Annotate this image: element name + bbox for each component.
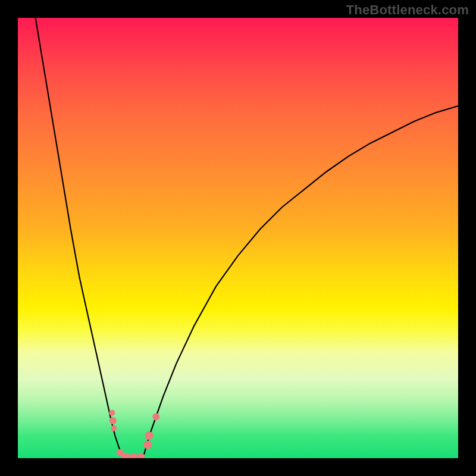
data-marker [145,431,154,440]
data-marker [130,453,138,458]
data-marker [137,453,145,458]
marker-group [109,410,159,458]
data-marker [152,413,159,420]
watermark-text: TheBottleneck.com [346,2,469,18]
chart-frame: TheBottleneck.com [0,0,476,476]
data-marker [109,417,117,424]
data-marker [111,425,117,431]
marker-layer [18,18,458,458]
data-marker [143,441,152,449]
data-marker [109,410,115,416]
